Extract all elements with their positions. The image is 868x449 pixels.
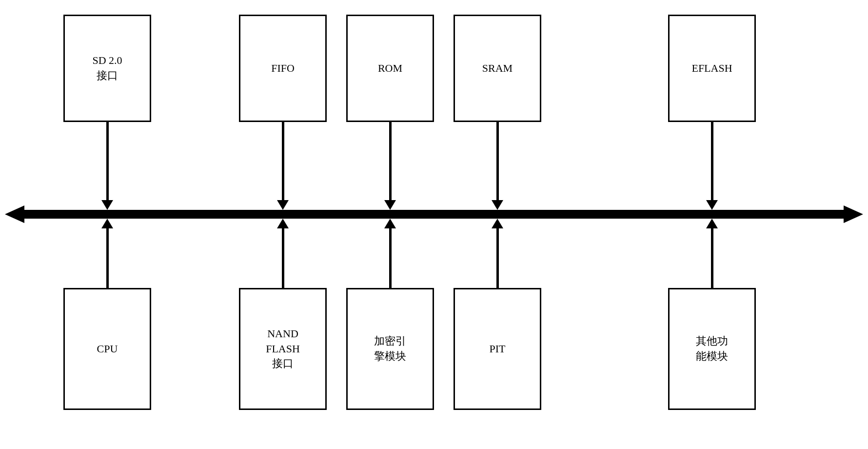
connector-bot-cpu bbox=[106, 228, 109, 288]
system-bus-diagram: SD 2.0 接口FIFOROMSRAMEFLASHCPUNAND FLASH … bbox=[0, 0, 868, 449]
connector-top-eflash bbox=[711, 122, 713, 200]
system-bus bbox=[15, 210, 853, 219]
module-sram: SRAM bbox=[454, 15, 541, 122]
arrow-bot-nandflash bbox=[277, 219, 289, 228]
connector-top-fifo bbox=[282, 122, 284, 200]
connector-bot-pit bbox=[496, 228, 499, 288]
module-eflash: EFLASH bbox=[668, 15, 756, 122]
module-nandflash: NAND FLASH 接口 bbox=[239, 288, 327, 410]
connector-top-sd20 bbox=[106, 122, 109, 200]
arrow-top-sd20 bbox=[101, 200, 113, 210]
connector-bot-other bbox=[711, 228, 713, 288]
connector-top-sram bbox=[496, 122, 499, 200]
arrow-top-fifo bbox=[277, 200, 289, 210]
module-rom: ROM bbox=[346, 15, 434, 122]
arrow-top-sram bbox=[492, 200, 503, 210]
module-crypto: 加密引 擎模块 bbox=[346, 288, 434, 410]
module-fifo: FIFO bbox=[239, 15, 327, 122]
arrow-bot-cpu bbox=[101, 219, 113, 228]
module-pit: PIT bbox=[454, 288, 541, 410]
arrow-bot-other bbox=[706, 219, 718, 228]
arrow-bot-crypto bbox=[384, 219, 396, 228]
module-other: 其他功 能模块 bbox=[668, 288, 756, 410]
bus-arrow-left bbox=[5, 205, 24, 223]
connector-top-rom bbox=[389, 122, 392, 200]
connector-bot-nandflash bbox=[282, 228, 284, 288]
arrow-top-rom bbox=[384, 200, 396, 210]
arrow-top-eflash bbox=[706, 200, 718, 210]
connector-bot-crypto bbox=[389, 228, 392, 288]
module-cpu: CPU bbox=[63, 288, 151, 410]
arrow-bot-pit bbox=[492, 219, 503, 228]
module-sd20: SD 2.0 接口 bbox=[63, 15, 151, 122]
bus-arrow-right bbox=[844, 205, 863, 223]
